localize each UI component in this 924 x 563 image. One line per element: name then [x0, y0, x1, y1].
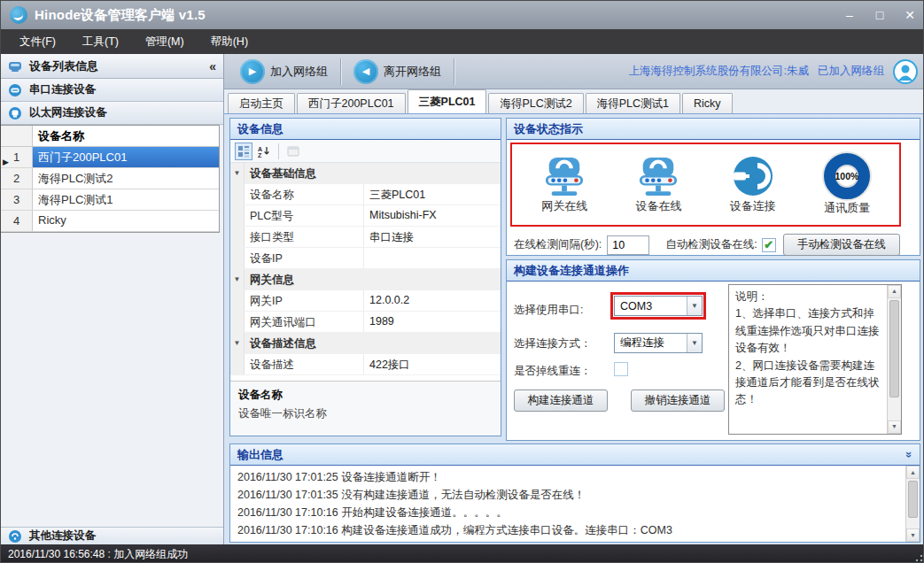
reconnect-checkbox[interactable]	[614, 362, 628, 376]
property-category[interactable]: ▼设备基础信息	[230, 163, 501, 184]
property-value[interactable]: 12.0.0.2	[364, 290, 501, 311]
note-scrollbar[interactable]: ▲ ▼	[887, 285, 901, 434]
collapse-sidebar-icon[interactable]: «	[209, 59, 216, 73]
resize-grip[interactable]	[912, 551, 923, 562]
channel-panel: 构建设备连接通道操作 选择使用串口: COM3 ▼ 选择连接方式： 编程连接 ▼…	[506, 259, 920, 441]
property-row[interactable]: 网关通讯端口1989	[230, 312, 501, 333]
property-label: 网关IP	[245, 290, 364, 311]
indicator-label: 设备在线	[635, 198, 681, 214]
row-gutter	[230, 312, 245, 332]
collapse-output-icon[interactable]: »	[903, 451, 916, 458]
toolbar-separator	[454, 58, 454, 85]
sidebar-item-serial-devices[interactable]: 串口连接设备	[1, 79, 223, 102]
menu-item-1[interactable]: 工具(T)	[69, 29, 132, 54]
scroll-down-icon[interactable]: ▼	[906, 528, 920, 542]
status-indicator: 设备连接	[710, 155, 796, 214]
row-number: 3	[1, 189, 33, 210]
collapse-arrow-icon[interactable]: ▼	[230, 163, 245, 183]
interval-input[interactable]	[607, 235, 649, 255]
scrollbar-thumb[interactable]	[908, 481, 918, 518]
revoke-channel-button[interactable]: 撤销连接通道	[631, 389, 725, 412]
scroll-down-icon[interactable]: ▼	[888, 420, 901, 434]
categorized-icon[interactable]	[235, 143, 252, 160]
scroll-up-icon[interactable]: ▲	[888, 285, 901, 298]
output-scrollbar[interactable]: ▲ ▼	[905, 466, 920, 542]
property-label: 设备IP	[245, 248, 364, 268]
scroll-up-icon[interactable]: ▲	[906, 466, 920, 479]
device-status-header: 设备状态指示	[507, 119, 920, 140]
tab-3[interactable]: 海得PLC测试2	[488, 93, 583, 113]
indicator-label: 网关在线	[541, 198, 587, 214]
property-value[interactable]: Mitsubishi-FX	[364, 205, 501, 226]
property-description: 设备唯一标识名称	[238, 406, 493, 421]
property-value[interactable]	[364, 248, 501, 268]
property-row[interactable]: 接口类型串口连接	[230, 227, 501, 248]
property-row[interactable]: PLC型号Mitsubishi-FX	[230, 205, 501, 227]
property-label: 网关通讯端口	[245, 312, 364, 332]
device-row[interactable]: 4Ricky	[1, 211, 219, 232]
property-value[interactable]: 串口连接	[364, 227, 501, 247]
property-value[interactable]: 422接口	[364, 354, 501, 374]
collapse-arrow-icon[interactable]: ▼	[230, 269, 245, 289]
tab-4[interactable]: 海得PLC测试1	[586, 93, 680, 113]
alphabetical-sort-icon[interactable]: AZ	[255, 143, 273, 160]
menu-item-2[interactable]: 管理(M)	[132, 29, 198, 54]
collapse-arrow-icon[interactable]: ▼	[230, 333, 245, 353]
log-line: 2016/11/30 17:01:35 没有构建连接通道，无法自动检测设备是否在…	[237, 486, 898, 504]
log-line: 2016/11/30 17:10:16 构建设备连接通道成功，编程方式连接串口设…	[237, 521, 898, 539]
property-value[interactable]: 三菱PLC01	[364, 184, 501, 204]
detect-settings-row: 在线检测间隔(秒): 自动检测设备在线: ✔ 手动检测设备在线	[514, 234, 914, 256]
device-row[interactable]: 1▶西门子200PLC01	[1, 147, 219, 168]
indicator-label: 通讯质量	[824, 200, 870, 216]
device-table-header: 设备名称	[1, 126, 219, 147]
connect-mode-label: 选择连接方式：	[514, 336, 592, 351]
company-user-label: 上海海得控制系统股份有限公司:朱威	[629, 64, 809, 79]
property-row[interactable]: 设备描述422接口	[230, 354, 501, 375]
toolbar-separator	[340, 58, 341, 85]
property-category[interactable]: ▼设备描述信息	[230, 333, 501, 354]
property-label: 设备名称	[245, 184, 364, 204]
device-name: 海得PLC测试1	[33, 189, 219, 210]
device-row[interactable]: 2海得PLC测试2	[1, 168, 219, 189]
leave-network-button[interactable]: ◀ 离开网络组	[345, 57, 450, 87]
property-category[interactable]: ▼网关信息	[230, 269, 501, 290]
connect-mode-combo[interactable]: 编程连接 ▼	[614, 333, 703, 353]
maximize-button[interactable]: □	[865, 1, 895, 29]
tab-5[interactable]: Ricky	[682, 93, 733, 113]
property-row[interactable]: 设备名称三菱PLC01	[230, 184, 501, 205]
minimize-button[interactable]: –	[835, 1, 865, 29]
property-row[interactable]: 设备IP	[230, 248, 501, 269]
chevron-down-icon[interactable]: ▼	[687, 297, 702, 315]
serial-port-combo[interactable]: COM3 ▼	[614, 296, 703, 316]
device-row[interactable]: 3海得PLC测试1	[1, 189, 219, 211]
tab-1[interactable]: 西门子200PLC01	[297, 93, 406, 113]
sidebar-item-other-devices[interactable]: 其他连接设备	[1, 527, 223, 544]
scrollbar-thumb[interactable]	[889, 300, 899, 397]
device-table: 设备名称 1▶西门子200PLC012海得PLC测试23海得PLC测试14Ric…	[1, 125, 220, 233]
build-channel-button[interactable]: 构建连接通道	[514, 389, 608, 412]
serial-combo-highlight: COM3 ▼	[610, 292, 706, 320]
property-label: 设备描述	[245, 354, 364, 374]
property-name: 设备名称	[238, 388, 493, 403]
join-network-button[interactable]: ▶ 加入网络组	[231, 57, 337, 87]
device-info-panel: 设备信息 AZ ▼设备基础信息设备名称三菱PLC01PLC型号Mitsubish…	[229, 118, 501, 436]
tab-0[interactable]: 启动主页	[228, 93, 295, 113]
note-line: 说明：	[735, 289, 881, 305]
comm-quality-value: 100%	[835, 171, 858, 181]
menu-item-0[interactable]: 文件(F)	[6, 29, 69, 54]
property-value[interactable]: 1989	[364, 312, 501, 332]
manual-detect-button[interactable]: 手动检测设备在线	[783, 234, 900, 256]
sidebar-group-label: 其他连接设备	[29, 528, 96, 544]
property-grid-toolbar: AZ	[230, 140, 501, 163]
property-row[interactable]: 网关IP12.0.0.2	[230, 290, 501, 312]
close-button[interactable]: ✕	[895, 1, 924, 29]
auto-detect-checkbox[interactable]: ✔	[762, 238, 776, 252]
reconnect-label: 是否掉线重连：	[514, 364, 592, 379]
menu-item-3[interactable]: 帮助(H)	[198, 29, 261, 54]
property-description-box: 设备名称 设备唯一标识名称	[230, 381, 501, 436]
sidebar-header[interactable]: 设备列表信息 «	[1, 54, 223, 79]
sidebar-item-ethernet-devices[interactable]: 以太网连接设备	[1, 102, 223, 125]
tab-2[interactable]: 三菱PLC01	[408, 89, 487, 113]
user-avatar-icon[interactable]	[893, 59, 918, 84]
chevron-down-icon[interactable]: ▼	[687, 334, 702, 352]
